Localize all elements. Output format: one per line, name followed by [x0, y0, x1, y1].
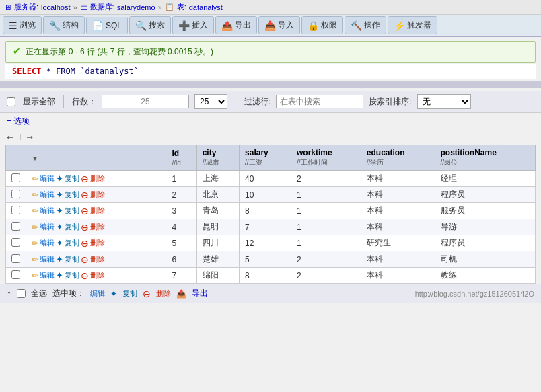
bottom-export-icon: 📤 — [176, 289, 186, 299]
show-all-label: 显示全部 — [23, 96, 55, 108]
breadcrumb-db-icon: 🗃 — [80, 3, 87, 11]
toolbar: ☰ 浏览 🔧 结构 📄 SQL 🔍 搜索 ➕ 插入 📤 导出 📥 导入 🔒 权限… — [0, 15, 541, 37]
sql-icon: 📄 — [92, 20, 104, 31]
cell-city: 北京 — [196, 187, 239, 203]
toolbar-operations[interactable]: 🔨 操作 — [345, 16, 386, 34]
permissions-icon: 🔒 — [308, 20, 319, 31]
delete-btn[interactable]: 删除 — [90, 190, 105, 200]
filter-input[interactable] — [276, 95, 363, 108]
export-icon: 📤 — [221, 20, 233, 31]
delete-btn[interactable]: 删除 — [90, 270, 105, 280]
breadcrumb-table[interactable]: datanalyst — [189, 3, 223, 11]
options-link[interactable]: + 选项 — [0, 113, 541, 130]
row-actions: ✏ 编辑 ✦ 复制 ⊖ 删除 — [32, 206, 160, 217]
edit-btn[interactable]: 编辑 — [40, 190, 55, 200]
toolbar-browse[interactable]: ☰ 浏览 — [3, 16, 42, 34]
delete-btn[interactable]: 删除 — [90, 238, 105, 248]
copy-btn[interactable]: 复制 — [65, 270, 79, 280]
row-checkbox[interactable] — [11, 206, 20, 214]
delete-btn[interactable]: 删除 — [90, 222, 105, 232]
edit-btn[interactable]: 编辑 — [40, 270, 55, 280]
toolbar-export-label: 导出 — [235, 19, 251, 31]
bottom-export-btn[interactable]: 导出 — [192, 288, 208, 299]
col-city[interactable]: city //城市 — [196, 145, 239, 171]
nav-left[interactable]: ← — [5, 132, 15, 143]
bottom-delete-btn[interactable]: 删除 — [156, 288, 171, 299]
row-checkbox[interactable] — [11, 238, 20, 247]
cell-education: 研究生 — [361, 235, 435, 251]
toolbar-export[interactable]: 📤 导出 — [215, 16, 257, 34]
delete-btn[interactable]: 删除 — [90, 206, 105, 216]
delete-btn[interactable]: 删除 — [90, 173, 105, 184]
edit-btn[interactable]: 编辑 — [40, 222, 55, 232]
breadcrumb-server[interactable]: localhost — [41, 3, 70, 11]
cell-id: 5 — [166, 235, 196, 251]
copy-btn[interactable]: 复制 — [65, 222, 79, 232]
toolbar-search-label: 搜索 — [149, 19, 165, 31]
toolbar-import-label: 导入 — [278, 19, 294, 31]
cell-education: 本科 — [361, 187, 435, 203]
delete-btn[interactable]: 删除 — [90, 254, 105, 264]
edit-btn[interactable]: 编辑 — [40, 254, 55, 264]
copy-icon: ✦ — [56, 270, 63, 280]
row-count-input[interactable] — [102, 95, 189, 108]
cell-position: 服务员 — [435, 203, 535, 219]
cell-id: 1 — [166, 171, 196, 187]
delete-circle-icon: ⊖ — [81, 173, 89, 184]
table-row: ✏ 编辑 ✦ 复制 ⊖ 删除 1上海402本科经理 — [6, 171, 536, 187]
cell-id: 2 — [166, 187, 196, 203]
col-education[interactable]: education //学历 — [361, 145, 435, 171]
edit-btn[interactable]: 编辑 — [40, 206, 55, 216]
edit-btn[interactable]: 编辑 — [40, 238, 55, 248]
nav-up[interactable]: T — [17, 132, 22, 142]
filter-label: 过滤行: — [244, 96, 270, 108]
col-worktime[interactable]: worktime //工作时间 — [291, 145, 361, 171]
triggers-icon: ⚡ — [394, 20, 405, 31]
check-icon: ✔ — [13, 46, 21, 56]
bottom-delete-icon: ⊖ — [143, 288, 151, 299]
col-id[interactable]: id //id — [166, 145, 196, 171]
row-checkbox[interactable] — [11, 190, 20, 198]
cell-worktime: 2 — [291, 171, 361, 187]
row-checkbox[interactable] — [11, 222, 20, 231]
toolbar-import[interactable]: 📥 导入 — [258, 16, 300, 34]
bottom-copy-icon: ✦ — [110, 289, 117, 299]
col-position[interactable]: postitionName //岗位 — [435, 145, 535, 171]
toolbar-sql[interactable]: 📄 SQL — [86, 17, 128, 34]
breadcrumb-database[interactable]: salarydemo — [117, 3, 155, 11]
server-icon: 🖥 — [4, 3, 11, 11]
sort-select[interactable]: 无 — [417, 94, 471, 109]
toolbar-structure[interactable]: 🔧 结构 — [43, 16, 85, 34]
bottom-copy-btn[interactable]: 复制 — [122, 288, 137, 299]
copy-icon: ✦ — [56, 222, 63, 232]
nav-right[interactable]: → — [25, 132, 34, 143]
edit-btn[interactable]: 编辑 — [40, 173, 55, 184]
edit-pencil-icon: ✏ — [32, 255, 38, 264]
table-row: ✏ 编辑 ✦ 复制 ⊖ 删除 4昆明71本科导游 — [6, 219, 536, 235]
sort-label: 按索引排序: — [369, 96, 411, 108]
toolbar-search[interactable]: 🔍 搜索 — [129, 16, 171, 34]
row-count-select[interactable]: 2550100 — [194, 94, 227, 109]
copy-btn[interactable]: 复制 — [65, 238, 79, 248]
cell-id: 4 — [166, 219, 196, 235]
bottom-edit-btn[interactable]: 编辑 — [90, 288, 105, 299]
edit-pencil-icon: ✏ — [32, 239, 38, 248]
copy-btn[interactable]: 复制 — [65, 173, 79, 184]
row-checkbox[interactable] — [11, 270, 20, 279]
bottom-nav-left[interactable]: ↑ — [7, 288, 11, 299]
copy-btn[interactable]: 复制 — [65, 190, 79, 200]
cell-education: 本科 — [361, 251, 435, 268]
copy-btn[interactable]: 复制 — [65, 254, 79, 264]
row-checkbox[interactable] — [11, 254, 20, 263]
row-checkbox[interactable] — [11, 173, 20, 182]
cell-education: 本科 — [361, 203, 435, 219]
copy-icon: ✦ — [56, 206, 63, 216]
show-all-checkbox[interactable] — [7, 97, 15, 106]
col-salary[interactable]: salary //工资 — [240, 145, 291, 171]
toolbar-triggers[interactable]: ⚡ 触发器 — [388, 16, 437, 34]
toolbar-permissions[interactable]: 🔒 权限 — [301, 16, 343, 34]
toolbar-insert[interactable]: ➕ 插入 — [172, 16, 214, 34]
select-all-checkbox[interactable] — [17, 289, 26, 298]
copy-btn[interactable]: 复制 — [65, 206, 79, 216]
select-all-label[interactable]: 全选 — [31, 288, 47, 299]
